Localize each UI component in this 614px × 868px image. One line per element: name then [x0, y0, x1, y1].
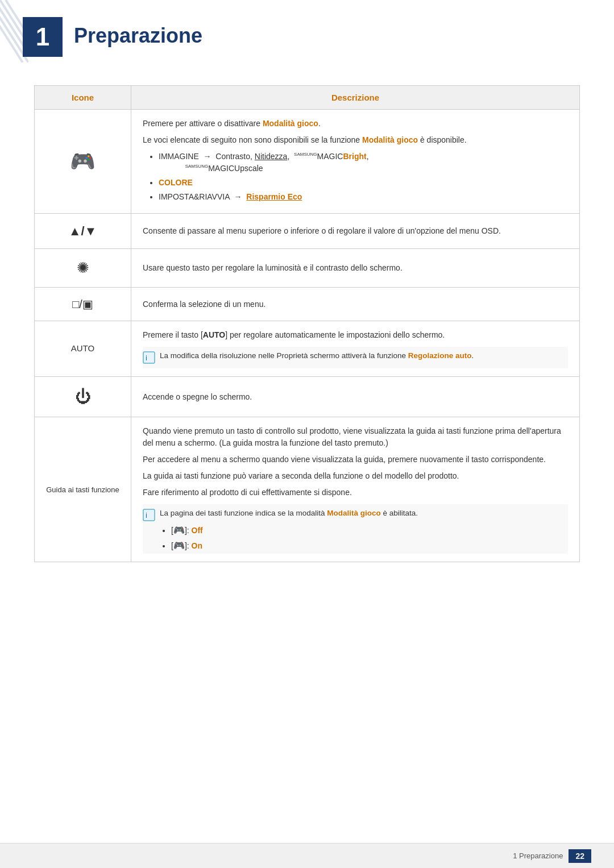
col-header-desc: Descrizione [131, 86, 580, 110]
footer-section-label: 1 Preparazione [513, 852, 563, 860]
note-text-auto: La modifica della risoluzione nelle Prop… [160, 350, 474, 362]
table-row: Guida ai tasti funzione Quando viene pre… [35, 417, 580, 562]
main-content: Icone Descrizione 🎮 Premere per attivare… [0, 68, 614, 585]
table-row: 🎮 Premere per attivare o disattivare Mod… [35, 110, 580, 214]
page-footer: 1 Preparazione 22 [0, 843, 614, 868]
arrows-icon: ▲/▼ [69, 224, 97, 238]
gamepad-icon: 🎮 [70, 149, 96, 173]
svg-text:i: i [146, 354, 147, 362]
sun-icon: ✺ [77, 259, 89, 276]
svg-rect-7 [143, 509, 155, 521]
list-item: IMPOSTA&RIAVVIA → Risparmio Eco [159, 191, 568, 203]
icon-cell-square: □/▣ [35, 288, 131, 321]
square-icon: □/▣ [72, 298, 93, 310]
col-header-icon: Icone [35, 86, 131, 110]
note-auto: i La modifica della risoluzione nelle Pr… [143, 347, 568, 368]
table-row: ✺ Usare questo tasto per regolare la lum… [35, 249, 580, 288]
icon-cell-arrows: ▲/▼ [35, 214, 131, 249]
desc-cell-auto: Premere il tasto [AUTO] per regolare aut… [131, 321, 580, 377]
modalita-gioco-link: Modalità gioco [263, 119, 318, 128]
note-text-guida: La pagina dei tasti funzione indica se l… [160, 508, 418, 519]
note-icon-guida: i [143, 509, 155, 526]
table-row: □/▣ Conferma la selezione di un menu. [35, 288, 580, 321]
auto-label: AUTO [71, 343, 94, 353]
guida-label: Guida ai tasti funzione [46, 485, 119, 494]
svg-rect-5 [143, 352, 155, 363]
chapter-number: 1 [23, 17, 63, 57]
svg-line-0 [0, 0, 28, 63]
desc-cell-arrows: Consente di passare al menu superiore o … [131, 214, 580, 249]
desc-cell-guida: Quando viene premuto un tasto di control… [131, 417, 580, 562]
icon-cell-sun: ✺ [35, 249, 131, 288]
table-row: ⏻ Accende o spegne lo schermo. [35, 377, 580, 417]
desc-cell-power: Accende o spegne lo schermo. [131, 377, 580, 417]
list-item: COLORE [159, 177, 568, 189]
table-row: ▲/▼ Consente di passare al menu superior… [35, 214, 580, 249]
deco-lines [0, 0, 28, 63]
modalita-gioco-link2: Modalità gioco [362, 135, 418, 144]
icon-cell-gamepad: 🎮 [35, 110, 131, 214]
note-guida: i La pagina dei tasti funzione indica se… [143, 504, 568, 554]
icon-cell-guida: Guida ai tasti funzione [35, 417, 131, 562]
page-number: 22 [569, 849, 591, 863]
desc-cell-sun: Usare questo tasto per regolare la lumin… [131, 249, 580, 288]
page-header: 1 Preparazione [0, 0, 614, 68]
icon-cell-auto: AUTO [35, 321, 131, 377]
note-icon-auto: i [143, 351, 155, 368]
power-icon: ⏻ [75, 388, 91, 405]
chapter-title: Preparazione [74, 17, 202, 48]
svg-text:i: i [146, 511, 147, 520]
desc-cell-square: Conferma la selezione di un menu. [131, 288, 580, 321]
desc-cell-gamepad: Premere per attivare o disattivare Modal… [131, 110, 580, 214]
gamepad-bullets: IMMAGINE → Contrasto, Nitidezza, SAMSUNG… [143, 151, 568, 203]
table-row: AUTO Premere il tasto [AUTO] per regolar… [35, 321, 580, 377]
guida-subbullets: [🎮]: Off [🎮]: On [160, 522, 418, 553]
list-item: [🎮]: On [171, 538, 418, 553]
icon-cell-power: ⏻ [35, 377, 131, 417]
icons-table: Icone Descrizione 🎮 Premere per attivare… [34, 85, 580, 562]
list-item: [🎮]: Off [171, 522, 418, 538]
list-item: IMMAGINE → Contrasto, Nitidezza, SAMSUNG… [159, 151, 568, 175]
